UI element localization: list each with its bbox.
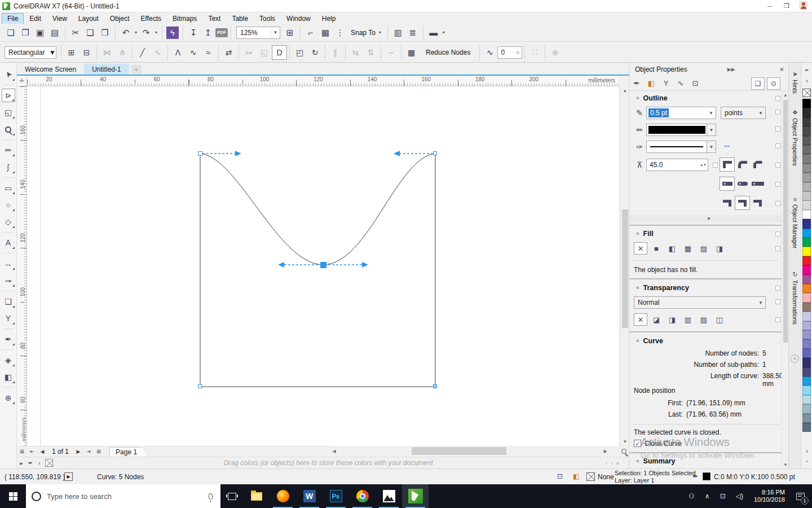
start-button[interactable] <box>0 484 26 508</box>
outline-width-combo[interactable]: 0.5 pt▼ <box>646 107 716 119</box>
menu-effects[interactable]: Effects <box>136 14 166 24</box>
undo-dropdown[interactable]: ▾ <box>133 26 139 40</box>
tray-expand-icon[interactable]: ▸ <box>17 458 26 467</box>
reduce-nodes-button[interactable]: Reduce Nodes <box>419 46 477 59</box>
transparency-section-checkbox[interactable] <box>775 286 780 291</box>
show-guidelines-icon[interactable]: ⋮ <box>333 26 347 40</box>
palette-swatch-ed1c24[interactable] <box>802 256 811 265</box>
palette-swatch-7d7d7d[interactable] <box>802 154 811 163</box>
outline-style-more[interactable]: ... <box>724 141 730 148</box>
palette-swatch-7c95a5[interactable] <box>802 414 811 423</box>
cusp-node-icon[interactable]: Λ <box>170 45 186 60</box>
freehand-tool[interactable]: ✏ <box>2 143 15 157</box>
shape-tool[interactable]: ⊳ <box>2 89 15 102</box>
coreldraw-icon[interactable] <box>402 484 429 508</box>
palette-swatch-c9c9ea[interactable] <box>802 312 811 321</box>
palette-swatch-b0b0de[interactable] <box>802 321 811 330</box>
curve-tab-icon[interactable]: ∿ <box>673 77 688 90</box>
miter-limit-input[interactable]: 45.0▲▼ <box>646 159 708 171</box>
fill-style-checkbox[interactable] <box>775 246 780 251</box>
square-cap-button[interactable] <box>720 177 735 191</box>
scroll-right-arrow[interactable]: ▶ <box>601 447 610 456</box>
add-docker-button[interactable]: + <box>791 354 799 363</box>
connector-tool[interactable]: ⊸ <box>2 274 15 287</box>
no-fill-button[interactable]: ✕ <box>634 242 647 255</box>
parallel-dimension-tool[interactable]: ↔ <box>2 257 15 270</box>
palette-swatch-9bb9c6[interactable] <box>802 404 811 413</box>
horizontal-ruler[interactable]: millimeters20406080100120140160180200 <box>27 76 619 86</box>
scroll-left-arrow[interactable]: ◀ <box>330 447 338 456</box>
texture-transparency-button[interactable]: ▨ <box>697 313 710 326</box>
shape-preset-combo[interactable]: Rectangular▼ <box>5 46 56 59</box>
horizontal-scrollbar[interactable]: ◀ ▶ <box>330 446 619 457</box>
palette-swatch-2b2b2b[interactable] <box>802 108 811 117</box>
full-screen-preview-icon[interactable]: ⊞ <box>283 26 297 40</box>
tray-eyedropper-icon[interactable]: ✒ <box>26 458 35 467</box>
docker-strip-object-manager[interactable]: ≡Object Manager <box>789 196 801 248</box>
last-page-button[interactable]: ⇥ <box>83 447 94 456</box>
close-curve-icon[interactable]: D <box>272 45 287 60</box>
word-icon[interactable]: W <box>296 484 323 508</box>
smooth-node-icon[interactable]: ∿ <box>186 45 201 60</box>
palette-swatch-00a651[interactable] <box>802 238 811 247</box>
vertical-ruler[interactable]: millimeters1601401201008060 <box>17 86 27 446</box>
no-transparency-button[interactable]: ✕ <box>634 313 647 326</box>
zoom-tool[interactable] <box>2 122 15 136</box>
polygon-tool[interactable]: ◇ <box>2 215 15 229</box>
node-top-left[interactable] <box>198 151 202 156</box>
rectangle-tool[interactable]: ▭ <box>2 181 15 195</box>
chrome-icon[interactable] <box>349 484 376 508</box>
menu-table[interactable]: Table <box>227 14 253 24</box>
drop-shadow-tool[interactable]: ❑ <box>2 295 15 308</box>
tray-chevron-icon[interactable]: ∧ <box>705 492 710 500</box>
transparency-tool[interactable]: Y <box>2 312 15 325</box>
palette-swatch-b8dde8[interactable] <box>802 395 811 404</box>
summary-tab-icon[interactable]: ⊡ <box>688 77 703 90</box>
node-top-right[interactable] <box>433 151 437 155</box>
palette-swatch-fff200[interactable] <box>802 247 811 256</box>
palette-eyedropper-icon[interactable]: ✒ <box>801 67 812 73</box>
first-page-button[interactable]: ⇤ <box>27 447 37 456</box>
zoom-combo-arrow[interactable]: ▼ <box>271 27 280 38</box>
palette-swatch-f58220[interactable] <box>802 284 811 293</box>
publish-pdf-icon[interactable]: PDF <box>215 28 228 37</box>
ellipse-tool[interactable]: ○ <box>2 198 15 212</box>
account-icon[interactable] <box>799 1 807 10</box>
docker-scroll-thumb[interactable] <box>783 100 788 343</box>
firefox-icon[interactable] <box>270 484 296 508</box>
outline-color-checkbox[interactable] <box>775 126 780 132</box>
docker-float-icon[interactable]: ▶▶ <box>723 67 739 72</box>
vertical-scrollbar[interactable]: ▲ ▼ <box>620 86 629 446</box>
palette-swatch-ffffff[interactable] <box>802 210 811 219</box>
horizontal-scroll-thumb[interactable] <box>412 447 506 455</box>
outline-style-combo[interactable]: ▼ <box>646 141 716 153</box>
menu-view[interactable]: View <box>47 14 72 24</box>
palette-swatch-1b9ce3[interactable] <box>802 376 811 386</box>
text-tool[interactable]: A <box>2 236 15 249</box>
outline-style-checkbox[interactable] <box>775 143 780 148</box>
docker-strip-object-properties[interactable]: ❖Object Properties <box>789 109 801 166</box>
smoothness-spinner[interactable]: 0⊹ <box>497 46 522 59</box>
menu-edit[interactable]: Edit <box>24 14 46 24</box>
redo-icon[interactable]: ↷ <box>139 26 153 40</box>
stretch-nodes-icon[interactable]: ◰ <box>292 45 307 60</box>
paste-icon[interactable]: ❒ <box>98 26 112 40</box>
texture-fill-button[interactable]: ▨ <box>697 242 710 255</box>
merge-mode-button[interactable]: ◫ <box>713 313 726 326</box>
pattern-transparency-button[interactable]: ▥ <box>681 313 695 326</box>
minimize-button[interactable]: ─ <box>761 0 778 12</box>
uniform-transparency-button[interactable]: ◪ <box>650 313 663 326</box>
menu-object[interactable]: Object <box>105 14 135 24</box>
docker-scroll-up[interactable]: ▲ <box>782 91 788 99</box>
action-center-button[interactable]: 1 <box>791 484 810 508</box>
network-icon[interactable]: ⊡ <box>720 492 726 500</box>
launcher-dropdown[interactable]: ▾ <box>441 26 447 40</box>
drawing-canvas[interactable] <box>27 86 619 446</box>
outline-centered-button[interactable] <box>735 196 750 210</box>
palette-expand-icon[interactable]: » <box>801 459 812 464</box>
tray-next-icon[interactable]: › <box>611 460 612 466</box>
palette-swatch-30306e[interactable] <box>802 358 811 367</box>
palette-swatch-ec008c[interactable] <box>802 265 811 274</box>
show-rulers-icon[interactable]: ⌐ <box>303 26 318 40</box>
rotate-nodes-icon[interactable]: ↻ <box>307 45 323 60</box>
